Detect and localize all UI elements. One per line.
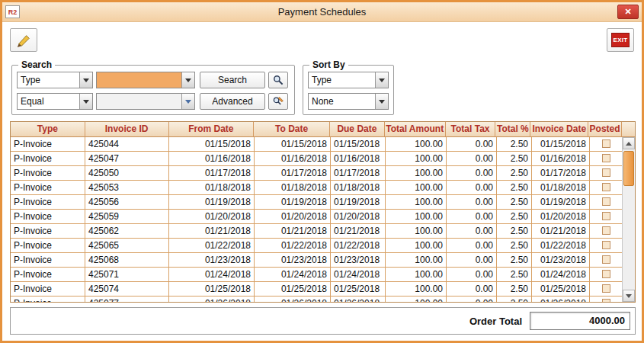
cell-invoice-date: 01/20/2018: [532, 210, 590, 224]
table-row[interactable]: P-Invoice42507701/26/201801/26/201801/26…: [11, 297, 623, 302]
posted-checkbox[interactable]: [602, 255, 610, 264]
cell-from-date: 01/23/2018: [169, 253, 255, 268]
column-header-to-date[interactable]: To Date: [254, 122, 330, 137]
pencil-icon: [15, 33, 32, 48]
cell-from-date: 01/22/2018: [169, 239, 255, 253]
table-row[interactable]: P-Invoice42504401/15/201801/15/201801/15…: [11, 137, 623, 152]
search-operator-combo[interactable]: Equal: [17, 93, 93, 110]
column-header-from-date[interactable]: From Date: [169, 122, 255, 137]
cell-type: P-Invoice: [11, 152, 85, 166]
cell-invoice-date: 01/21/2018: [532, 224, 590, 239]
edit-button[interactable]: [10, 28, 37, 52]
cell-invoice-id: 425056: [85, 195, 169, 210]
cell-total-amount: 100.00: [386, 282, 447, 297]
column-header-type[interactable]: Type: [11, 122, 85, 137]
column-header-total-pct[interactable]: Total %: [495, 122, 530, 137]
cell-type: P-Invoice: [11, 253, 85, 268]
cell-from-date: 01/15/2018: [169, 137, 255, 152]
table-row[interactable]: P-Invoice42504701/16/201801/16/201801/16…: [11, 152, 623, 166]
sort-secondary-combo[interactable]: None: [308, 93, 389, 110]
advanced-button[interactable]: Advanced: [200, 93, 265, 110]
cell-invoice-date: 01/15/2018: [532, 137, 590, 152]
advanced-find-button[interactable]: [268, 93, 288, 110]
search-button[interactable]: Search: [200, 72, 265, 88]
cell-invoice-date: 01/24/2018: [532, 268, 590, 282]
cell-type: P-Invoice: [11, 210, 85, 224]
cell-from-date: 01/19/2018: [169, 195, 255, 210]
cell-type: P-Invoice: [11, 239, 85, 253]
cell-posted: [590, 210, 623, 224]
table-row[interactable]: P-Invoice42507101/24/201801/24/201801/24…: [11, 268, 623, 282]
cell-total-amount: 100.00: [386, 195, 447, 210]
vertical-scrollbar[interactable]: [622, 137, 635, 302]
table-row[interactable]: P-Invoice42506201/21/201801/21/201801/21…: [11, 224, 623, 239]
cell-total-amount: 100.00: [386, 166, 447, 181]
chevron-down-icon[interactable]: [375, 94, 388, 109]
search-criteria2-combo[interactable]: [96, 93, 195, 110]
sort-primary-value: Type: [309, 72, 375, 88]
table-row[interactable]: P-Invoice42506501/22/201801/22/201801/22…: [11, 239, 623, 253]
cell-invoice-date: 01/23/2018: [532, 253, 590, 268]
table-row[interactable]: P-Invoice42505001/17/201801/17/201801/17…: [11, 166, 623, 181]
search-field-value: Type: [18, 72, 79, 88]
posted-checkbox[interactable]: [602, 139, 610, 148]
column-header-invoice-id[interactable]: Invoice ID: [85, 122, 169, 137]
posted-checkbox[interactable]: [602, 197, 610, 206]
cell-invoice-date: 01/17/2018: [532, 166, 590, 181]
cell-invoice-id: 425074: [85, 282, 169, 297]
search-field-combo[interactable]: Type: [17, 72, 93, 88]
find-button[interactable]: [268, 72, 288, 88]
column-header-total-tax[interactable]: Total Tax: [446, 122, 496, 137]
cell-due-date: 01/19/2018: [331, 195, 386, 210]
cell-type: P-Invoice: [11, 282, 85, 297]
cell-due-date: 01/25/2018: [331, 282, 386, 297]
column-header-due-date[interactable]: Due Date: [330, 122, 385, 137]
posted-checkbox[interactable]: [602, 226, 610, 235]
cell-due-date: 01/18/2018: [331, 181, 386, 195]
cell-due-date: 01/17/2018: [331, 166, 386, 181]
chevron-down-icon[interactable]: [181, 72, 194, 88]
posted-checkbox[interactable]: [602, 212, 610, 220]
cell-type: P-Invoice: [11, 181, 85, 195]
posted-checkbox[interactable]: [602, 154, 610, 162]
posted-checkbox[interactable]: [602, 241, 610, 249]
posted-checkbox[interactable]: [602, 284, 610, 293]
cell-posted: [590, 268, 623, 282]
cell-total-tax: 0.00: [447, 210, 497, 224]
table-row[interactable]: P-Invoice42505301/18/201801/18/201801/18…: [11, 181, 623, 195]
chevron-down-icon[interactable]: [181, 94, 194, 109]
column-header-total-amount[interactable]: Total Amount: [385, 122, 446, 137]
chevron-down-icon[interactable]: [79, 94, 92, 109]
cell-to-date: 01/17/2018: [255, 166, 331, 181]
scroll-down-button[interactable]: [623, 290, 635, 302]
triangle-down-icon: [626, 294, 632, 298]
posted-checkbox[interactable]: [602, 299, 610, 302]
search-criteria-combo[interactable]: [96, 72, 195, 88]
cell-total-tax: 0.00: [447, 181, 497, 195]
column-header-invoice-date[interactable]: Invoice Date: [530, 122, 588, 137]
chevron-down-icon[interactable]: [375, 72, 388, 88]
cell-total-amount: 100.00: [386, 253, 447, 268]
footer-bar: Order Total 4000.00: [10, 307, 636, 335]
chevron-down-icon[interactable]: [79, 72, 92, 88]
posted-checkbox[interactable]: [602, 183, 610, 191]
scrollbar-thumb[interactable]: [623, 151, 634, 186]
table-row[interactable]: P-Invoice42507401/25/201801/25/201801/25…: [11, 282, 623, 297]
cell-total-pct: 2.50: [497, 137, 532, 152]
table-header-row: TypeInvoice IDFrom DateTo DateDue DateTo…: [11, 122, 635, 137]
cell-invoice-id: 425044: [85, 137, 169, 152]
cell-total-pct: 2.50: [497, 253, 532, 268]
posted-checkbox[interactable]: [602, 270, 610, 278]
cell-total-amount: 100.00: [386, 137, 447, 152]
column-header-posted[interactable]: Posted: [588, 122, 622, 137]
exit-button[interactable]: EXIT: [607, 28, 634, 52]
cell-total-pct: 2.50: [497, 282, 532, 297]
cell-to-date: 01/24/2018: [255, 268, 331, 282]
sort-primary-combo[interactable]: Type: [308, 72, 389, 88]
table-row[interactable]: P-Invoice42506801/23/201801/23/201801/23…: [11, 253, 623, 268]
scroll-up-button[interactable]: [623, 137, 635, 149]
table-row[interactable]: P-Invoice42505901/20/201801/20/201801/20…: [11, 210, 623, 224]
table-row[interactable]: P-Invoice42505601/19/201801/19/201801/19…: [11, 195, 623, 210]
posted-checkbox[interactable]: [602, 168, 610, 177]
close-button[interactable]: ✕: [617, 5, 639, 19]
